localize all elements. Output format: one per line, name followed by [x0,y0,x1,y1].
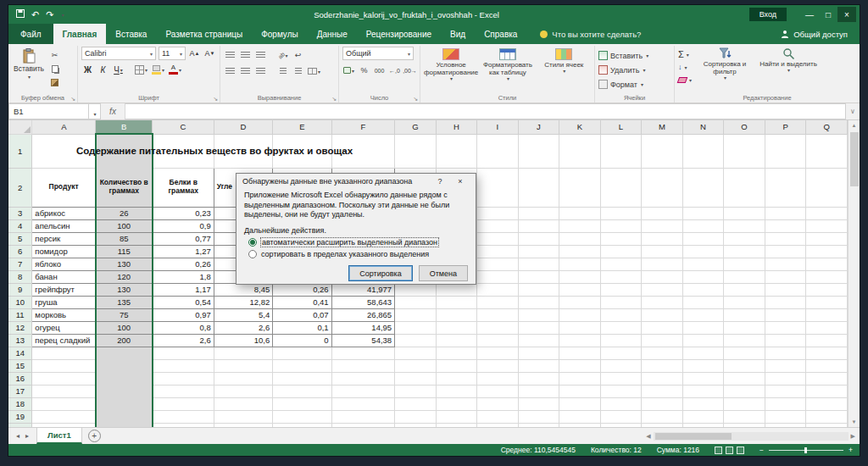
cell-B13[interactable]: 200 [96,334,153,347]
row-header-3[interactable]: 3 [8,207,32,219]
cell-I9[interactable] [477,283,518,296]
cell-L18[interactable] [600,397,642,410]
cell-K2[interactable] [559,168,601,207]
cell-C11[interactable]: 0,97 [153,308,214,321]
cell-H9[interactable] [436,283,477,296]
cell-F9[interactable]: 41,977 [331,283,394,296]
cell-K8[interactable] [559,270,601,283]
tab-home[interactable]: Главная [53,24,107,44]
cell-I1[interactable] [477,134,518,168]
row-header-6[interactable]: 6 [8,245,32,258]
cell-L6[interactable] [600,245,642,258]
cell-E15[interactable] [273,359,331,372]
row-header-14[interactable]: 14 [8,347,32,359]
fill-button[interactable]: ↓ [678,61,692,73]
cell-M4[interactable] [642,219,683,232]
dialog-close-icon[interactable]: × [451,175,470,188]
cell-K3[interactable] [559,207,601,219]
align-top-icon[interactable] [224,49,236,61]
cell-K16[interactable] [559,372,601,385]
horizontal-scroll-thumb[interactable] [655,433,732,440]
cell-Q14[interactable] [806,347,848,359]
tell-me-box[interactable]: Что вы хотите сделать? [540,24,641,44]
cell-C14[interactable] [153,347,214,359]
cell-H16[interactable] [436,372,477,385]
cell-N4[interactable] [682,219,724,232]
cell-L12[interactable] [600,321,642,334]
cell-I16[interactable] [477,372,518,385]
cell-D9[interactable]: 8,45 [214,283,272,296]
increase-indent-icon[interactable] [292,65,304,77]
undo-icon[interactable]: ↶ [31,10,39,19]
sign-in-button[interactable]: Вход [749,8,787,21]
cell-K14[interactable] [559,347,601,359]
cell-J2[interactable] [518,168,559,207]
column-header-E[interactable]: E [273,120,331,134]
cell-L1[interactable] [600,134,642,168]
cell-C7[interactable]: 0,26 [153,258,214,270]
cell-C20[interactable] [153,423,214,427]
maximize-button[interactable]: □ [819,7,837,22]
cell-E18[interactable] [273,397,331,410]
cell-Q9[interactable] [806,283,848,296]
cell-B8[interactable]: 120 [96,270,153,283]
cell-M18[interactable] [642,397,683,410]
cut-icon[interactable]: ✂ [48,49,61,61]
row-header-4[interactable]: 4 [8,219,32,232]
cell-M15[interactable] [642,359,683,372]
cell-I7[interactable] [477,258,518,270]
cell-O4[interactable] [724,219,765,232]
cell-A11[interactable]: морковь [32,308,96,321]
column-header-G[interactable]: G [395,120,437,134]
cell-M6[interactable] [642,245,683,258]
cell-F16[interactable] [331,372,394,385]
cell-B3[interactable]: 26 [96,207,153,219]
cell-N16[interactable] [682,372,724,385]
cell-I8[interactable] [477,270,518,283]
cell-J13[interactable] [518,334,559,347]
cell-I15[interactable] [477,359,518,372]
cell-Q15[interactable] [806,359,848,372]
column-header-L[interactable]: L [600,120,642,134]
cell-M13[interactable] [642,334,683,347]
number-dialog-launcher-icon[interactable]: ↘ [413,96,418,102]
cell-Q6[interactable] [806,245,848,258]
tab-view[interactable]: Вид [441,24,475,44]
autosum-button[interactable]: Σ [678,48,692,60]
cell-K13[interactable] [559,334,601,347]
cell-K9[interactable] [559,283,601,296]
cell-L3[interactable] [600,207,642,219]
cell-J12[interactable] [518,321,559,334]
cell-I10[interactable] [477,296,518,308]
row-header-10[interactable]: 10 [8,296,32,308]
tab-help[interactable]: Справка [475,24,526,44]
cell-L7[interactable] [600,258,642,270]
font-dialog-launcher-icon[interactable]: ↘ [213,96,218,102]
cell-E10[interactable]: 0,41 [273,296,331,308]
cell-A6[interactable]: помидор [32,245,96,258]
cell-D18[interactable] [214,397,272,410]
row-header-18[interactable]: 18 [8,397,32,410]
cell-D14[interactable] [214,347,272,359]
decrease-decimal-icon[interactable]: ,00→ [403,64,416,76]
cell-M8[interactable] [642,270,683,283]
cell-A17[interactable] [32,385,96,397]
row-header-15[interactable]: 15 [8,359,32,372]
cell-A15[interactable] [32,359,96,372]
cell-G20[interactable] [395,423,437,427]
cell-P6[interactable] [765,245,806,258]
cell-L16[interactable] [600,372,642,385]
cell-P2[interactable] [765,168,806,207]
radio-expand-selection[interactable]: автоматически расширить выделенный диапа… [236,235,476,247]
align-right-icon[interactable] [254,65,267,77]
cell-M11[interactable] [642,308,683,321]
cell-D20[interactable] [214,423,272,427]
cell-C19[interactable] [153,410,214,423]
minimize-button[interactable]: — [800,7,819,22]
cell-O5[interactable] [724,232,765,245]
comma-style-button[interactable]: 000 [373,64,386,76]
cell-Q20[interactable] [806,423,848,427]
merge-center-icon[interactable] [307,65,321,77]
cell-K15[interactable] [559,359,601,372]
column-header-J[interactable]: J [518,120,559,134]
